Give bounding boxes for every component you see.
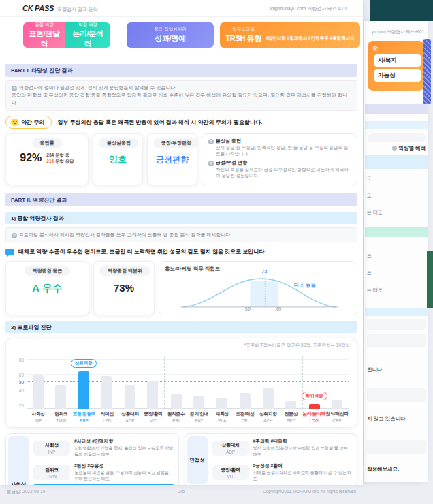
back-account-text: yu.com 역량검사 테스트01 [364, 29, 424, 35]
competency-name-cell: 상황대처ADP [212, 441, 249, 456]
copyright: Copyright2011.MUHAYU Inc. All rights res… [263, 489, 356, 495]
info-icon: ? [12, 233, 17, 238]
group-rows: 사회성INP#사교성 #인맥지향사회생활에서 인맥을 중시, 붙임성 있는 모습… [31, 436, 176, 485]
chart-x-labels: 사회성INP팀워크TMW표현/전달력PRE리더십LED상황대처ADP긍정/활력V… [27, 411, 349, 423]
back-orange-label: 준 [372, 44, 424, 52]
back-fragment: 는 태도 [367, 209, 383, 216]
overall-result-subheader: 1) 종합 역량검사 결과 [5, 212, 357, 224]
x-axis-label: 긍정/활력VIT [142, 411, 165, 423]
x-axis-label: 상황대처ADP [118, 411, 142, 423]
competency-row-tmw[interactable]: 팀워크TMW#헌신 #수용성동료들의 의견을 경청, 수용하며 공동의 목표 달… [31, 460, 176, 484]
competency-text: #긍정성 #활력사태를 긍정시각으로 바라보며 생활해 나갈 수 있는 태도 [253, 462, 353, 482]
bar-pre[interactable] [78, 371, 89, 409]
back-fragment: 작성해보세요. [367, 466, 399, 473]
bar-log[interactable] [309, 404, 320, 409]
x-axis-label: 리더십LED [95, 411, 118, 423]
competency-group-block: 사회성사회성INP#사교성 #인맥지향사회생활에서 인맥을 중시, 붙임성 있는… [5, 433, 179, 485]
back-fragment: 도 [367, 192, 372, 199]
back-gray-bar [368, 133, 426, 142]
overall-info-box: ?프로파일 분석에서 제시된 역량검사 결과들을 모두 고려하여 도출해 낸 종… [5, 227, 357, 243]
scroll-indicator[interactable] [423, 39, 431, 104]
bullet-icon [392, 146, 397, 151]
legend-term: ?긍정/부정 편향 [208, 159, 351, 166]
bell-curve-svg [167, 272, 351, 313]
warning-text: 일부 무성의한 응답 혹은 왜곡된 반응이 있어 결과 해석 시 약간의 주의가… [57, 119, 262, 126]
overall-comment: 대체로 역량 수준이 우수한 편이므로, 조금만 더 노력하면 취업 성공의 길… [5, 248, 357, 255]
bar-slot [257, 356, 280, 409]
weakness-card: 약점 역량 논리/분석력 [65, 22, 110, 48]
bias-card: 긍정/부정편향 긍정편향 [147, 133, 197, 185]
speech-bubble-icon [5, 249, 14, 255]
bar-inp[interactable] [33, 375, 44, 409]
back-green-bar [427, 251, 433, 308]
x-axis-label: 논리/분석력LOG [302, 411, 325, 423]
back-blue-bar [365, 308, 428, 316]
warning-badge: 약간 주의 [5, 116, 52, 129]
competency-row-adp[interactable]: 상황대처ADP#주의력 #대응력낯선 상황에 적응하고자 순발력 있게 노력할 … [210, 436, 355, 460]
back-part-bar [365, 104, 428, 114]
legend-desc: 전체 응답 중 무응답, 반복적인 응답, 한 줄 응답 등 부실의 응답의 정… [216, 145, 351, 157]
competency-text: #주의력 #대응력낯선 상황에 적응하고자 순발력 있게 노력할 줄 아는 태도 [253, 438, 353, 458]
bar-slot [165, 356, 188, 409]
bar-led[interactable] [101, 376, 112, 409]
y-axis-tick: 40 [13, 388, 24, 393]
group-rows: 상황대처ADP#주의력 #대응력낯선 상황에 적응하고자 순발력 있게 노력할 … [210, 436, 355, 484]
grade-value: A 우수 [12, 282, 83, 295]
bar-tmw[interactable] [55, 385, 66, 409]
overall-boxes-row: 역량종합 등급 A 우수 역량종합 백분위 73% 홍보/마케팅 직무 적합도 [5, 261, 357, 315]
bar-slot [142, 356, 165, 409]
part1-info-box: ?역량검사에 얼마나 일관성 있게, 성의 있게 응답했는지 살펴볼 수 있습니… [5, 80, 357, 111]
table-column-right: 민첩성상황대처ADP#주의력 #대응력낯선 상황에 적응하고자 순발력 있게 노… [185, 433, 358, 485]
bar-ach[interactable] [263, 388, 274, 409]
bias-value: 긍정편향 [153, 154, 191, 166]
bar-vit[interactable] [147, 381, 158, 409]
bar-slot [118, 356, 142, 409]
next-page-sheet: yu.com 역량검사 테스트01 준 사/복지 가능성 역량별 해석 도 도 … [364, 21, 428, 482]
bar-slot [50, 356, 73, 409]
x-axis-label: 전문성PRO [280, 411, 303, 423]
back-gray-box [367, 319, 426, 330]
bar-pla[interactable] [216, 398, 227, 409]
page-number: 2/5 [178, 489, 185, 494]
bar-pat[interactable] [193, 396, 204, 409]
bar-slot [95, 356, 119, 409]
page-footer: 발급일: 2022-09-10 2/5 Copyright2011.MUHAYU… [0, 489, 363, 495]
upper-competency-badge: 상위역량 [71, 359, 97, 368]
group-label: 사회성 [8, 436, 29, 485]
stats-legend-card: ?불성실 응답 전체 응답 중 무응답, 반복적인 응답, 한 줄 응답 등 부… [202, 133, 357, 185]
bar-adp[interactable] [125, 385, 135, 409]
work-value-card: 중요 직업가치관 성과/명예 [127, 22, 214, 48]
bar-cre[interactable] [332, 400, 342, 409]
back-sub-bar [365, 121, 428, 129]
validity-warning: 약간 주의 일부 무성의한 응답 혹은 왜곡된 반응이 있어 결과 해석 시 약… [5, 116, 357, 129]
response-rate-label: 응답률 [32, 138, 63, 148]
competency-row-vit[interactable]: 긍정/활력VIT#긍정성 #활력사태를 긍정시각으로 바라보며 생활해 나갈 수… [210, 460, 355, 484]
back-fragment: 지 않고 있습니다. [367, 415, 407, 422]
bar-slot [234, 356, 257, 409]
grade-box: 역량종합 등급 A 우수 [5, 261, 89, 315]
back-gray-box [367, 334, 426, 347]
report-page: CK PASS역량검사 결과 요약 id@muhayu.com 역량검사 테스트… [0, 0, 363, 485]
bar-dri[interactable] [240, 393, 251, 409]
part1-header: PART I. 타당성 진단 결과 [5, 64, 357, 77]
lower-competency-badge: 하위역량 [302, 392, 327, 400]
back-fragment: 는 태도 [367, 287, 383, 294]
x-axis-label: 표현/전달력PRE [73, 411, 96, 423]
part2-header: PART II. 역량진단 결과 [5, 193, 357, 206]
back-gray-box [367, 388, 426, 402]
bar-pri[interactable] [171, 394, 182, 409]
back-fragment: 도 [367, 253, 372, 259]
bar-slot [27, 356, 50, 409]
competency-text: #사교성 #인맥지향사회생활에서 인맥을 중시, 붙임성 있는 모습으로 사람들… [74, 438, 174, 458]
bar-pro[interactable] [285, 401, 296, 409]
competency-row-inp[interactable]: 사회성INP#사교성 #인맥지향사회생활에서 인맥을 중시, 붙임성 있는 모습… [31, 436, 176, 460]
group-label: 민첩성 [187, 436, 208, 484]
chart-note: *표준화 T점수이므로 평균은 50점, 표준편차는 10점임 [10, 343, 350, 349]
bar-slot [188, 356, 211, 409]
x-axis-label: 창의/혁신력CRE [325, 411, 349, 423]
competency-text: #헌신 #수용성동료들의 의견을 경청, 수용하며 공동의 목표 달성을 위해 … [74, 462, 174, 482]
table-column-left: 사회성사회성INP#사교성 #인맥지향사회생활에서 인맥을 중시, 붙임성 있는… [5, 433, 179, 485]
sincerity-value: 양호 [99, 153, 137, 166]
competency-row-pre[interactable]: 표현/전달력PRE#표현력 #설득력자신의 생각, 입장을 드러내고 이를 타인… [31, 484, 176, 485]
validity-stats-row: 응답률 92% 234 문항 중 215 문항 응답 불성실응답 양호 긍정/부… [5, 133, 357, 185]
